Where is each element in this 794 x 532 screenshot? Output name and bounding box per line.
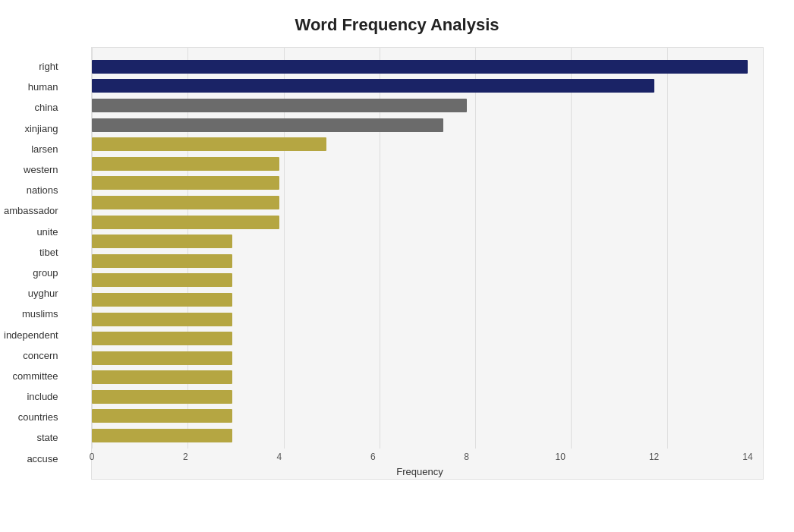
- y-label: ambassador: [4, 203, 63, 219]
- bar: [92, 273, 232, 287]
- bar: [92, 293, 232, 307]
- x-tick: 10: [555, 452, 565, 462]
- bar-row: [92, 389, 748, 405]
- y-label: right: [4, 58, 63, 75]
- bar-row: [92, 233, 748, 250]
- y-label: include: [4, 389, 63, 405]
- y-label: unite: [4, 223, 63, 240]
- bars-area: [92, 54, 763, 449]
- y-label: human: [4, 79, 63, 96]
- y-label: western: [4, 162, 63, 178]
- x-tick: 12: [649, 452, 659, 462]
- bar: [92, 60, 748, 74]
- x-tick: 8: [464, 452, 469, 462]
- y-label: uyghur: [4, 285, 63, 302]
- y-label: larsen: [4, 140, 63, 157]
- bar: [92, 332, 232, 345]
- bar: [92, 137, 326, 151]
- x-tick: 14: [742, 452, 752, 462]
- bar-row: [92, 311, 748, 328]
- y-label: state: [4, 430, 63, 446]
- bar-row: [92, 156, 748, 172]
- bar: [92, 429, 232, 442]
- bar: [92, 118, 443, 132]
- bar-row: [92, 369, 748, 386]
- y-label: group: [4, 264, 63, 281]
- bar-row: [92, 117, 748, 134]
- y-label: xinjiang: [4, 120, 63, 137]
- bar-row: [92, 330, 748, 347]
- bar: [92, 351, 232, 365]
- bar: [92, 409, 232, 423]
- bar-row: [92, 408, 748, 424]
- bar: [92, 216, 279, 229]
- bar-row: [92, 77, 748, 94]
- bar-row: [92, 253, 748, 269]
- y-label: concern: [4, 347, 63, 364]
- bar: [92, 176, 279, 190]
- bar: [92, 157, 279, 171]
- y-label: nations: [4, 182, 63, 199]
- bar: [92, 313, 232, 326]
- y-label: accuse: [4, 450, 63, 467]
- x-tick: 6: [370, 452, 376, 462]
- bar: [92, 254, 232, 268]
- bar-row: [92, 136, 748, 153]
- y-label: muslims: [4, 306, 63, 323]
- bar: [92, 79, 654, 93]
- x-tick: 2: [183, 452, 188, 462]
- bar: [92, 196, 279, 209]
- bar-row: [92, 350, 748, 367]
- x-axis: Frequency 02468101214: [92, 449, 748, 479]
- y-axis-labels: righthumanchinaxinjianglarsenwesternnati…: [4, 53, 63, 472]
- bar-row: [92, 194, 748, 211]
- bar-row: [92, 427, 748, 444]
- bar-row: [92, 97, 748, 114]
- grid-line: [763, 48, 764, 449]
- bar-row: [92, 58, 748, 75]
- bar-row: [92, 175, 748, 191]
- x-tick: 0: [90, 452, 95, 462]
- y-label: tibet: [4, 244, 63, 260]
- y-label: countries: [4, 409, 63, 426]
- chart-area: Frequency 02468101214: [91, 47, 764, 480]
- x-tick: 4: [277, 452, 282, 462]
- x-axis-label: Frequency: [396, 466, 443, 477]
- bar-row: [92, 214, 748, 231]
- bar: [92, 390, 232, 404]
- chart-container: Word Frequency Analysis righthumanchinax…: [0, 0, 794, 532]
- y-label: independent: [4, 326, 63, 343]
- bar-row: [92, 272, 748, 288]
- y-label: china: [4, 99, 63, 116]
- bar: [92, 99, 467, 112]
- bar-row: [92, 291, 748, 308]
- bar: [92, 370, 232, 384]
- bar: [92, 235, 232, 248]
- y-label: committee: [4, 367, 63, 384]
- chart-title: Word Frequency Analysis: [30, 15, 764, 35]
